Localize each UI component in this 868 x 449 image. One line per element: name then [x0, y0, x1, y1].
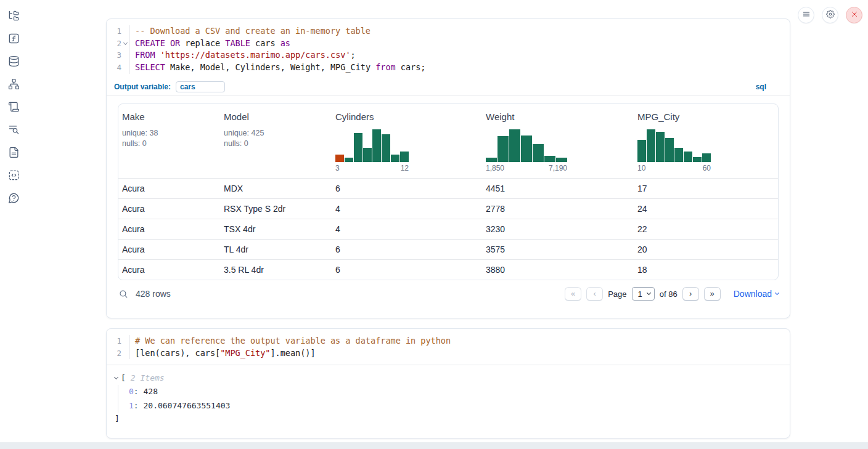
row-count: 428 rows: [136, 289, 171, 299]
axis-min-label: 1,850: [486, 164, 504, 172]
table-cell: 4451: [482, 184, 634, 193]
histogram-bar: [533, 144, 544, 162]
chevron-right-icon: ›: [689, 289, 692, 298]
documentation-icon[interactable]: [7, 146, 20, 158]
code-token: as: [280, 38, 290, 48]
code-text: -- Download a CSV and create an in-memor…: [130, 25, 371, 38]
close-bracket: ]: [115, 413, 779, 425]
table-cell: Acura: [118, 184, 220, 193]
column-histogram[interactable]: 1060: [637, 127, 778, 172]
file-tree-icon[interactable]: [7, 9, 20, 22]
column-name: Model: [224, 111, 332, 122]
table-row: AcuraMDX6445117: [118, 178, 778, 198]
table-cell: 18: [634, 265, 778, 275]
items-count-label: 2 Items: [131, 373, 165, 382]
code-token: TABLE: [225, 38, 250, 48]
download-button[interactable]: Download: [734, 289, 779, 299]
snippets-icon[interactable]: [7, 169, 20, 181]
code-line[interactable]: 4SELECT Make, Model, Cylinders, Weight, …: [107, 62, 790, 74]
code-text: # We can reference the output variable a…: [130, 335, 451, 347]
table-footer: 428 rows « ‹ Page 1 of 86 › » Download: [107, 280, 790, 301]
code-token: cars;: [396, 62, 426, 72]
table-cell: 24: [634, 204, 778, 214]
code-text: [len(cars), cars["MPG_City"].mean()]: [130, 347, 316, 360]
histogram-axis-labels: 312: [335, 164, 409, 172]
search-icon[interactable]: [118, 289, 129, 299]
line-gutter: 1: [107, 25, 130, 38]
table-cell: Acura: [118, 204, 220, 214]
next-page-button[interactable]: ›: [682, 287, 699, 301]
code-line[interactable]: 2[len(cars), cars["MPG_City"].mean()]: [107, 347, 790, 360]
line-gutter: 1: [107, 335, 130, 347]
page-select[interactable]: 1: [632, 287, 655, 301]
code-token: cars: [250, 38, 280, 48]
stat-line: unique: 38: [122, 128, 220, 139]
table-body: AcuraMDX6445117AcuraRSX Type S 2dr427782…: [118, 178, 778, 280]
open-bracket: [: [121, 373, 126, 382]
chevron-down-icon: [114, 375, 118, 379]
double-chevron-left-icon: «: [571, 289, 575, 298]
code-token: SELECT: [135, 62, 165, 72]
histogram-bar: [647, 129, 655, 162]
prev-page-button[interactable]: ‹: [586, 287, 603, 301]
code-line[interactable]: 2CREATE OR replace TABLE cars as: [107, 38, 790, 50]
column-histogram[interactable]: 1,8507,190: [486, 127, 634, 172]
histogram-axis-labels: 1060: [637, 164, 711, 172]
sql-code-editor[interactable]: 1-- Download a CSV and create an in-memo…: [107, 19, 790, 79]
histogram-bar: [544, 156, 555, 162]
code-line[interactable]: 1-- Download a CSV and create an in-memo…: [107, 25, 790, 38]
help-icon[interactable]: [7, 192, 20, 204]
code-line[interactable]: 3FROM 'https://datasets.marimo.app/cars.…: [107, 49, 790, 62]
table-cell: 3.5 RL 4dr: [220, 265, 332, 275]
table-row: AcuraTSX 4dr4323022: [118, 219, 778, 239]
histogram-bar: [382, 134, 390, 162]
functions-icon[interactable]: [7, 32, 20, 44]
code-token: 'https://datasets.marimo.app/cars.csv': [160, 50, 351, 60]
scratchpad-icon[interactable]: [7, 100, 20, 113]
list-tree-header[interactable]: [ 2 Items: [115, 373, 779, 382]
menu-button[interactable]: [798, 7, 814, 23]
double-chevron-right-icon: »: [710, 289, 714, 298]
database-icon[interactable]: [7, 55, 20, 67]
first-page-button[interactable]: «: [565, 287, 581, 301]
column-header-cylinders[interactable]: Cylinders312: [332, 111, 482, 172]
close-icon: [850, 10, 859, 21]
output-variable-input[interactable]: [176, 81, 225, 92]
output-variable-row: Output variable: sql: [107, 79, 790, 95]
histogram-bar: [372, 129, 381, 162]
item-index: 0: [129, 387, 134, 396]
histogram-bar: [354, 133, 362, 162]
code-line[interactable]: 1# We can reference the output variable …: [107, 335, 790, 347]
column-histogram[interactable]: 312: [335, 127, 482, 172]
settings-button[interactable]: [822, 7, 838, 23]
last-page-button[interactable]: »: [704, 287, 721, 301]
column-stats: unique: 38nulls: 0: [122, 128, 220, 149]
histogram-bar: [345, 158, 353, 162]
histogram-bar: [400, 152, 409, 162]
axis-max-label: 12: [401, 164, 409, 172]
list-item: 0: 428: [129, 385, 779, 399]
python-code-editor[interactable]: 1# We can reference the output variable …: [107, 329, 790, 365]
histogram-bar: [674, 148, 683, 162]
line-number: 2: [117, 38, 121, 50]
data-table: Makeunique: 38nulls: 0Modelunique: 425nu…: [118, 103, 779, 280]
logs-search-icon[interactable]: [7, 123, 20, 136]
output-variable-label: Output variable:: [114, 83, 171, 91]
column-header-weight[interactable]: Weight1,8507,190: [482, 111, 634, 172]
column-header-mpg_city[interactable]: MPG_City1060: [634, 111, 778, 172]
code-token: -- Download a CSV and create an in-memor…: [135, 26, 371, 36]
stat-line: nulls: 0: [224, 139, 332, 149]
dependency-graph-icon[interactable]: [7, 78, 20, 90]
fold-chevron-icon[interactable]: [121, 43, 129, 44]
line-number: 4: [117, 62, 121, 74]
close-button[interactable]: [846, 7, 862, 23]
list-item: 1: 20.060747663551403: [129, 399, 779, 413]
histogram-bar: [656, 132, 665, 162]
column-header-make[interactable]: Makeunique: 38nulls: 0: [118, 111, 220, 172]
column-header-model[interactable]: Modelunique: 425nulls: 0: [220, 111, 332, 172]
table-header: Makeunique: 38nulls: 0Modelunique: 425nu…: [118, 104, 778, 178]
axis-min-label: 3: [335, 164, 340, 172]
column-name: Make: [122, 111, 220, 122]
code-text: CREATE OR replace TABLE cars as: [130, 38, 290, 50]
column-name: Weight: [486, 111, 634, 122]
